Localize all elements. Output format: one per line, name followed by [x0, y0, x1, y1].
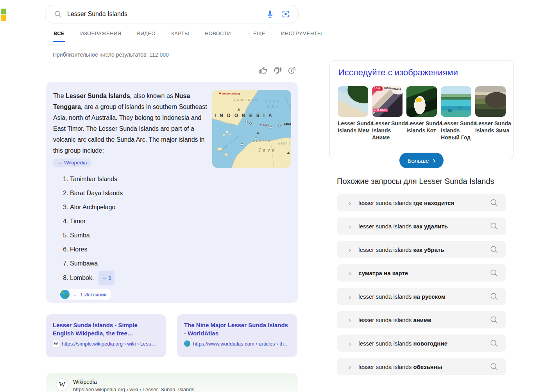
related-query-text: lesser sunda islands как удалить	[358, 223, 490, 230]
organic-result[interactable]: Wikipedia https://en.wikipedia.org › wik…	[46, 373, 298, 392]
related-query-pill[interactable]: › lesser sunda islands как убрать	[337, 241, 506, 258]
search-icon	[490, 269, 498, 277]
svg-text:SEA: SEA	[267, 105, 280, 109]
svg-text:WEST JA: WEST JA	[278, 142, 291, 145]
related-query-pill[interactable]: › lesser sunda islands на русском	[337, 288, 506, 305]
query-bold-part: аниме	[413, 317, 431, 323]
island-name: Sumba	[70, 232, 90, 239]
citation-badge[interactable]: 1	[98, 271, 114, 285]
source-cards: Lesser Sunda Islands - Simple English Wi…	[46, 314, 298, 357]
logo-yellow-square	[1, 15, 6, 21]
island-name: Sumbawa	[70, 260, 98, 267]
image-caption[interactable]: Lesser Sunda Islands Мем	[338, 120, 374, 134]
source-card[interactable]: The Nine Major Lesser Sunda Islands - Wo…	[177, 314, 297, 357]
source-chip-wikipedia[interactable]: Wikipedia	[53, 159, 91, 167]
related-query-pill[interactable]: › lesser sunda islands обезьяны	[337, 358, 506, 375]
search-tab[interactable]: ВИДЕО	[137, 30, 156, 42]
related-query-pill[interactable]: › lesser sunda islands где находится	[337, 194, 506, 211]
related-query-text: суматра на карте	[358, 270, 490, 276]
query-bold-part: суматра на карте	[358, 270, 408, 276]
query-prefix: lesser sunda islands	[358, 363, 413, 370]
query-prefix: lesser sunda islands	[358, 223, 413, 230]
chevron-right-icon: ›	[349, 269, 351, 277]
search-icon	[490, 339, 498, 347]
featured-snippet-card: The Lesser Sunda Islands, also known as …	[46, 82, 298, 303]
source-card-url: https://www.worldatlas.com › articles › …	[193, 341, 289, 347]
search-icon	[490, 198, 498, 207]
image-result[interactable]: Lesser Sunda Islands Мем	[338, 86, 368, 141]
microphone-icon[interactable]	[266, 10, 274, 18]
citation-number: 1	[108, 271, 111, 285]
search-tab[interactable]: ИНСТРУМЕНТЫ	[281, 30, 322, 42]
related-query-pill[interactable]: › lesser sunda islands как удалить	[337, 217, 506, 235]
chevron-right-icon: ›	[349, 293, 351, 300]
search-icon	[490, 362, 498, 371]
image-result[interactable]: Lesser Sunda Islands Кот	[406, 86, 437, 141]
chevron-right-icon: ›	[349, 223, 351, 230]
sources-pill[interactable]: 1 Источник	[59, 289, 111, 300]
svg-text:Java: Java	[258, 148, 277, 152]
images-panel-title[interactable]: Исследуйте с изображениями	[338, 68, 458, 78]
search-tab[interactable]: ⋮ ЕЩЕ	[247, 30, 265, 42]
search-icon	[54, 10, 62, 18]
snippet-segment: The	[53, 93, 66, 99]
search-bar[interactable]	[45, 5, 299, 23]
image-thumbnail[interactable]	[338, 86, 368, 117]
snippet-segment: , also known as	[130, 93, 175, 99]
island-name: Lombok.	[70, 274, 94, 281]
related-query-pill[interactable]: › lesser sunda islands аниме	[337, 311, 506, 328]
wikipedia-favicon	[56, 378, 68, 391]
tab-label: КАРТЫ	[171, 30, 189, 36]
query-bold-part: где находится	[413, 200, 454, 206]
source-card-title[interactable]: The Nine Major Lesser Sunda Islands - Wo…	[184, 321, 290, 337]
query-prefix: lesser sunda islands	[358, 317, 413, 323]
query-bold-part: как убрать	[413, 246, 444, 253]
image-thumbnail[interactable]: JAN= SIAPA NGAJA E O COK	[372, 86, 403, 117]
image-thumbnail[interactable]	[441, 86, 471, 117]
header-divider	[0, 43, 560, 43]
related-query-text: lesser sunda islands на русском	[358, 293, 490, 300]
related-query-pill[interactable]: › суматра на карте	[337, 264, 506, 282]
chevron-right-icon: ›	[349, 246, 351, 253]
thumbs-up-icon[interactable]	[258, 66, 268, 75]
search-icon	[490, 315, 498, 324]
image-thumbnail[interactable]	[475, 86, 506, 117]
island-name: Alor Archipelago	[70, 204, 116, 210]
more-images-button[interactable]: Больше ›	[399, 153, 444, 168]
image-result[interactable]: JAN= SIAPA NGAJA E O COK Lesser Sunda Is…	[372, 86, 403, 141]
related-query-pill[interactable]: › lesser sunda islands новогодние	[337, 335, 506, 352]
query-bold-part: обезьяны	[413, 363, 442, 370]
ai-info-icon[interactable]	[287, 66, 297, 75]
search-tab[interactable]: КАРТЫ	[171, 30, 189, 42]
link-icon	[72, 292, 77, 298]
image-result[interactable]: Lesser Sunda Islands Зима	[475, 86, 506, 141]
search-input[interactable]	[67, 11, 266, 18]
tab-label: ЕЩЕ	[253, 30, 265, 36]
more-dots-icon: ⋮	[247, 30, 252, 36]
search-icon	[490, 245, 498, 254]
list-item: Timor	[70, 214, 211, 228]
chevron-right-icon: ›	[433, 156, 436, 164]
image-caption[interactable]: Lesser Sunda Islands Новый Год	[441, 120, 477, 141]
link-icon	[57, 160, 62, 166]
map-image[interactable]: Bandar Lampung LAMPUNG JAVA SEA INDONESI…	[212, 90, 291, 168]
source-card-title[interactable]: Lesser Sunda Islands - Simple English Wi…	[53, 321, 159, 337]
snippet-text: The Lesser Sunda Islands, also known as …	[53, 91, 211, 156]
source-card-url: https://simple.wikipedia.org › wiki › Le…	[62, 341, 156, 347]
tab-label: ВСЕ	[54, 30, 64, 36]
image-caption[interactable]: Lesser Sunda Islands Зима	[475, 120, 511, 134]
thumbs-down-icon[interactable]	[273, 66, 282, 75]
source-card[interactable]: Lesser Sunda Islands - Simple English Wi…	[46, 314, 166, 357]
image-caption[interactable]: Lesser Sunda Islands Аниме	[372, 120, 408, 141]
svg-text:JAVA: JAVA	[265, 100, 281, 103]
search-tab[interactable]: ИЗОБРАЖЕНИЯ	[80, 30, 121, 42]
image-search-lens-icon[interactable]	[281, 10, 290, 18]
tab-label: НОВОСТИ	[205, 30, 231, 36]
image-thumbnail[interactable]	[406, 86, 437, 117]
image-caption[interactable]: Lesser Sunda Islands Кот	[406, 120, 442, 134]
search-tab[interactable]: НОВОСТИ	[205, 30, 231, 42]
search-tab[interactable]: ВСЕ	[54, 30, 64, 42]
result-site-name: Wikipedia	[73, 379, 97, 385]
image-result[interactable]: Lesser Sunda Islands Новый Год	[441, 86, 471, 141]
snippet-feedback	[46, 66, 298, 75]
